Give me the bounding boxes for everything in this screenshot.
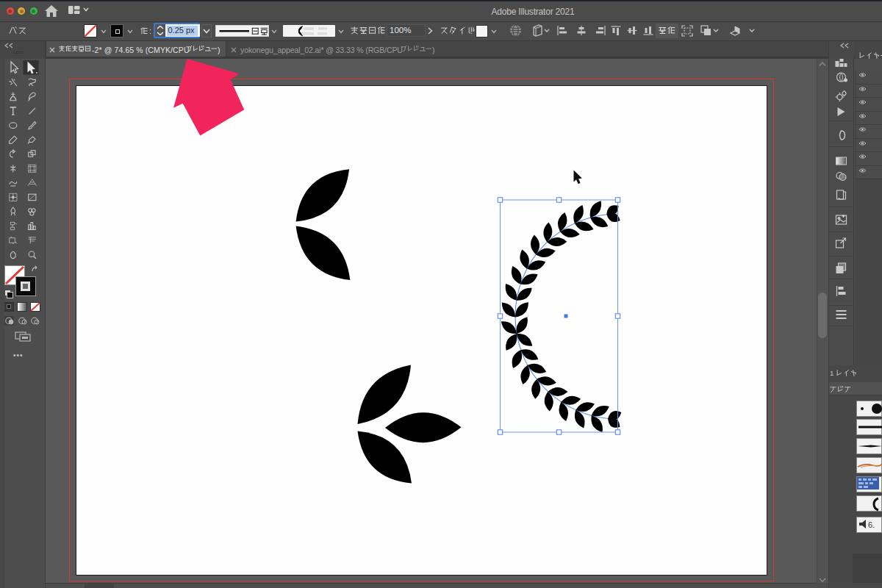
svg-text:6.: 6. bbox=[868, 520, 875, 529]
